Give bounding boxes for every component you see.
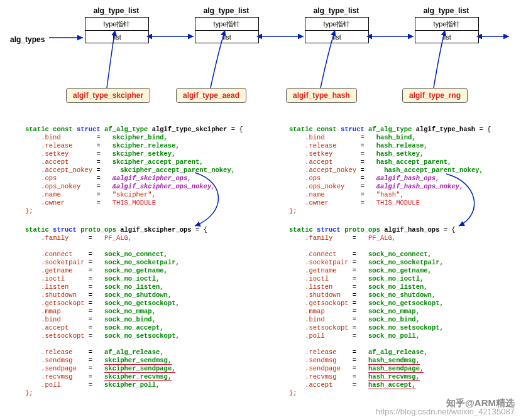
cap-aead: algif_type_aead <box>176 88 246 103</box>
cap-hash: algif_type_hash <box>286 88 357 103</box>
alg-types-label: alg_types <box>10 35 45 44</box>
row: list <box>195 31 258 43</box>
code-skcipher-type: static const struct af_alg_type algif_ty… <box>25 126 243 215</box>
row: list <box>415 31 478 43</box>
alg-box-2: type指针 list <box>195 17 259 43</box>
watermark: 知乎@ARM精选 https://blog.csdn.net/weixin_42… <box>376 399 515 416</box>
node-title-1: alg_type_list <box>85 6 148 15</box>
code-skcipher-ops: static struct proto_ops algif_skcipher_o… <box>25 226 207 397</box>
code-hash-type: static const struct af_alg_type algif_ty… <box>289 126 491 215</box>
wm-line1: 知乎@ARM精选 <box>376 399 515 407</box>
row: type指针 <box>415 18 478 31</box>
wm-line2: https://blog.csdn.net/weixin_42135087 <box>376 407 515 416</box>
node-title-4: alg_type_list <box>415 6 478 15</box>
row: list <box>305 31 368 43</box>
cap-rng: algif_type_rng <box>402 88 468 103</box>
row: type指针 <box>305 18 368 31</box>
code-hash-ops: static struct proto_ops algif_hash_ops =… <box>289 226 456 397</box>
alg-box-1: type指针 list <box>85 17 149 43</box>
row: type指针 <box>195 18 258 31</box>
cap-skcipher: algif_type_skcipher <box>66 88 150 103</box>
row: type指针 <box>85 18 148 31</box>
node-title-3: alg_type_list <box>305 6 368 15</box>
alg-box-3: type指针 list <box>305 17 369 43</box>
node-title-2: alg_type_list <box>195 6 258 15</box>
alg-box-4: type指针 list <box>415 17 479 43</box>
row: list <box>85 31 148 43</box>
